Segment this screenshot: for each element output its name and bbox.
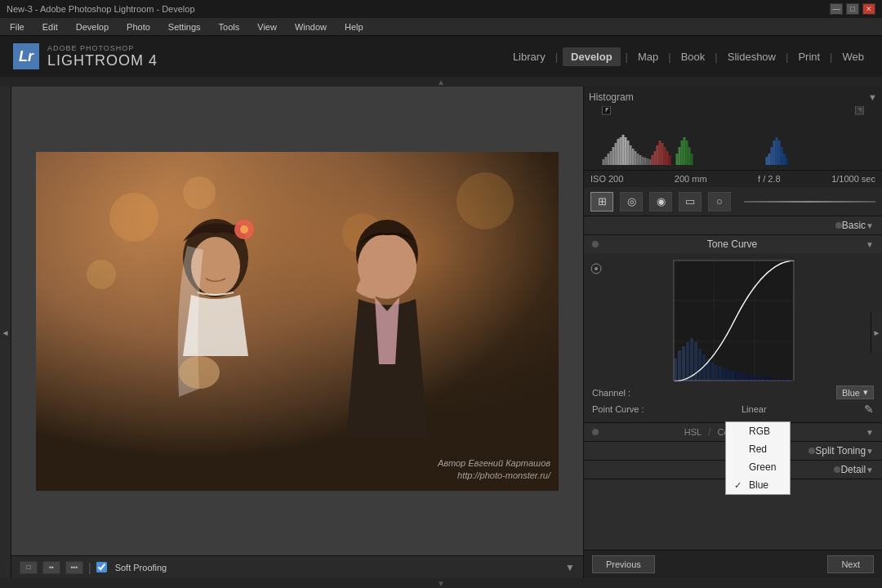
split-toning-header-left: [808, 448, 815, 454]
nav-library[interactable]: Library: [508, 47, 550, 66]
spot-removal-tool[interactable]: ◎: [620, 192, 643, 212]
basic-panel-indicator: [835, 222, 842, 229]
svg-rect-46: [686, 140, 688, 165]
nav-sep-6: |: [830, 51, 832, 63]
tone-curve-target-icon[interactable]: [590, 263, 602, 274]
dropdown-item-red[interactable]: Red: [726, 440, 790, 458]
right-collapse-toggle[interactable]: ►: [871, 312, 882, 353]
lr-logo: Lr ADOBE PHOTOSHOP LIGHTROOM 4: [13, 43, 158, 69]
tone-curve-panel-section: Tone Curve ▼: [584, 235, 882, 423]
menu-tools[interactable]: Tools: [216, 20, 243, 33]
basic-panel-section: Basic ▼: [584, 216, 882, 235]
graduated-filter-tool[interactable]: ▭: [679, 192, 702, 212]
view-mode-btn-3[interactable]: ▪▪▪: [65, 561, 83, 574]
dropdown-label-green: Green: [749, 461, 776, 473]
svg-rect-93: [776, 378, 779, 381]
close-button[interactable]: ✕: [862, 3, 875, 15]
top-nav-links: Library | Develop | Map | Book | Slidesh…: [508, 47, 869, 66]
watermark-line1: Автор Евгений Карташов: [438, 457, 550, 470]
point-curve-label: Point Curve :: [592, 404, 644, 414]
photo-background: Автор Евгений Карташов http://photo-mons…: [36, 152, 559, 491]
svg-rect-38: [662, 143, 664, 165]
color-panel-arrow-icon: ▼: [866, 428, 874, 437]
menu-file[interactable]: File: [7, 20, 28, 33]
nav-sep-3: |: [668, 51, 670, 63]
nav-web[interactable]: Web: [838, 47, 870, 66]
nav-book[interactable]: Book: [676, 47, 710, 66]
soft-proofing-checkbox[interactable]: [96, 562, 107, 572]
basic-panel-header-left: [835, 222, 842, 229]
menu-develop[interactable]: Develop: [73, 20, 112, 33]
view-mode-btn-2[interactable]: ▪▪: [42, 561, 60, 574]
svg-rect-31: [644, 158, 647, 165]
nav-develop[interactable]: Develop: [563, 47, 621, 66]
basic-panel-header[interactable]: Basic ▼: [584, 216, 882, 234]
color-tab-hsl[interactable]: HSL: [684, 427, 702, 437]
crop-tool[interactable]: ⊞: [590, 192, 613, 212]
svg-rect-30: [642, 157, 644, 165]
filmstrip-toggle[interactable]: ▼: [565, 562, 575, 573]
svg-rect-44: [681, 140, 684, 165]
minimize-button[interactable]: —: [830, 3, 843, 15]
dropdown-check-red: [734, 444, 744, 454]
histogram-expand-icon[interactable]: ▼: [868, 92, 877, 102]
maximize-button[interactable]: □: [846, 3, 859, 15]
adjustment-brush-tool[interactable]: ○: [708, 192, 731, 212]
svg-rect-45: [684, 137, 686, 165]
left-sidebar-toggle[interactable]: ◄: [0, 87, 11, 578]
detail-indicator: [834, 466, 840, 473]
focal-length-value: 200 mm: [675, 174, 707, 184]
dropdown-item-rgb[interactable]: RGB: [726, 422, 790, 440]
nav-print[interactable]: Print: [793, 47, 825, 66]
next-button[interactable]: Next: [827, 555, 874, 573]
bottom-toolbar: □ ▪▪ ▪▪▪ | Soft Proofing ▼: [11, 555, 583, 578]
tool-slider-bar[interactable]: [744, 201, 875, 203]
svg-point-2: [109, 193, 158, 242]
dropdown-item-blue[interactable]: ✓ Blue: [726, 476, 790, 494]
svg-rect-73: [694, 342, 697, 381]
dropdown-item-green[interactable]: Green: [726, 458, 790, 476]
svg-rect-92: [772, 378, 775, 381]
svg-rect-86: [747, 374, 751, 381]
channel-dropdown-menu: RGB Red Green ✓ Blue: [725, 421, 791, 495]
channel-row: Channel : Blue ▾: [590, 385, 875, 399]
menu-settings[interactable]: Settings: [165, 20, 204, 33]
svg-rect-69: [678, 350, 681, 381]
tone-curve-panel-title: Tone Curve: [707, 238, 757, 250]
menu-window[interactable]: Window: [292, 20, 330, 33]
tone-curve-panel-header[interactable]: Tone Curve ▼: [584, 235, 882, 253]
nav-map[interactable]: Map: [633, 47, 663, 66]
menu-edit[interactable]: Edit: [39, 20, 61, 33]
titlebar: New-3 - Adobe Photoshop Lightroom - Deve…: [0, 0, 882, 18]
svg-rect-53: [776, 137, 778, 165]
menu-photo[interactable]: Photo: [123, 20, 154, 33]
detail-panel-title: Detail: [840, 464, 866, 475]
svg-rect-87: [751, 375, 755, 381]
bottom-collapse-bar[interactable]: ▼: [0, 578, 882, 588]
svg-rect-40: [666, 151, 669, 165]
point-curve-edit-icon[interactable]: ✎: [864, 403, 874, 416]
top-collapse-bar[interactable]: ▲: [0, 77, 882, 87]
svg-rect-91: [768, 377, 771, 381]
svg-rect-79: [719, 367, 722, 381]
soft-proofing-label[interactable]: Soft Proofing: [115, 563, 167, 572]
view-mode-btn-1[interactable]: □: [20, 561, 38, 574]
menu-view[interactable]: View: [254, 20, 280, 33]
svg-rect-70: [682, 346, 685, 381]
aperture-value: f / 2.8: [758, 174, 781, 184]
nav-slideshow[interactable]: Slideshow: [723, 47, 781, 66]
left-sidebar-arrow-icon: ◄: [1, 328, 10, 337]
tone-curve-graph[interactable]: [673, 260, 794, 381]
svg-rect-74: [698, 349, 702, 381]
menu-help[interactable]: Help: [341, 20, 367, 33]
svg-rect-78: [715, 365, 718, 381]
redeye-tool[interactable]: ◉: [649, 192, 672, 212]
watermark-line2: http://photo-monster.ru/: [438, 470, 550, 482]
channel-select-button[interactable]: Blue ▾: [836, 385, 874, 399]
svg-rect-25: [630, 145, 632, 165]
basic-panel-arrow-icon: ▼: [866, 221, 874, 230]
photo-frame: Автор Евгений Карташов http://photo-mons…: [36, 152, 559, 491]
previous-button[interactable]: Previous: [592, 555, 655, 573]
histogram-header: Histogram ▼: [589, 91, 877, 103]
nav-sep-4: |: [715, 51, 717, 63]
